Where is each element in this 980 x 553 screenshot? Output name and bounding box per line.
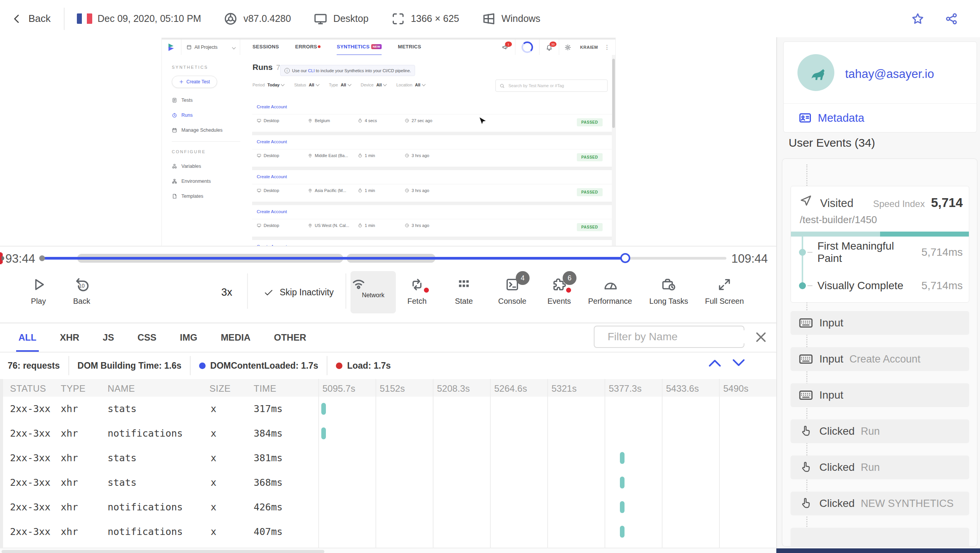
chevron-down-icon — [422, 83, 425, 86]
network-request-row[interactable]: 2xx-3xx xhr notifications x 384ms — [0, 421, 776, 446]
col-name: NAME — [108, 383, 135, 394]
run-card: Create Account Desktop US West (N. Cal..… — [252, 205, 614, 237]
clock-icon — [405, 153, 409, 158]
runs-list: Create Account Desktop Belgium — [252, 100, 614, 246]
tab-img[interactable]: IMG — [180, 323, 197, 352]
user-event-card[interactable]: Clicked Run — [791, 455, 969, 479]
event-value: Create Account — [849, 353, 920, 365]
france-flag-icon — [77, 13, 92, 24]
stopwatch-icon — [358, 188, 362, 193]
tab-media[interactable]: MEDIA — [221, 323, 250, 352]
app-main-area: Runs76 i Use our CLI to include your Syn… — [250, 55, 615, 246]
playhead-handle[interactable] — [620, 253, 630, 263]
location-pin-icon — [308, 153, 312, 158]
skip-inactivity-toggle[interactable]: Skip Inactivity — [254, 287, 343, 298]
timeline-start-dot — [39, 255, 45, 261]
events-panel-button[interactable]: 6 Events — [538, 276, 580, 306]
metric-first-meaningful-paint: First Meaningful Paint 5,714ms — [791, 244, 963, 261]
run-device: Desktop — [257, 153, 279, 158]
request-waterfall-bar — [620, 501, 625, 513]
network-panel-button[interactable]: Network — [350, 271, 396, 313]
run-time-ago: 3 hrs ago — [405, 188, 429, 193]
recorded-mouse-cursor-icon — [478, 116, 488, 128]
request-name: notifications — [108, 526, 183, 537]
play-button[interactable]: Play — [21, 276, 56, 306]
speed-toggle[interactable]: 3x — [209, 286, 244, 298]
network-request-row[interactable]: 2xx-3xx xhr stats x 368ms — [0, 470, 776, 495]
event-value: NEW SYNTHETICS — [861, 498, 954, 510]
info-icon: i — [284, 68, 290, 73]
hand-pointer-icon — [800, 461, 812, 474]
cli-info-banner: i Use our CLI to include your Synthetics… — [280, 65, 415, 76]
playback-timeline[interactable]: 93:44 109:44 — [0, 246, 776, 270]
dom-content-loaded: DOMContentLoaded: 1.7s — [210, 361, 318, 371]
next-chevron-icon[interactable] — [732, 358, 746, 368]
fetch-panel-button[interactable]: Fetch — [396, 276, 438, 306]
monitor-icon — [257, 118, 261, 123]
request-time: 426ms — [254, 502, 282, 513]
back-10s-button[interactable]: 10 Back — [63, 276, 100, 306]
tab-all[interactable]: ALL — [18, 323, 37, 352]
total-time: 109:44 — [731, 252, 768, 266]
share-icon[interactable] — [945, 12, 958, 26]
tab-css[interactable]: CSS — [138, 323, 156, 352]
request-waterfall-bar — [321, 427, 326, 439]
user-email-link[interactable]: tahay@asayer.io — [845, 67, 934, 81]
user-event-card[interactable]: Input — [791, 383, 969, 407]
user-event-card[interactable]: Clicked NEW SYNTHETICS — [791, 492, 969, 515]
clock-icon — [405, 223, 409, 228]
tab-other[interactable]: OTHER — [274, 323, 306, 352]
network-filter-input[interactable] — [607, 330, 747, 343]
user-event-card[interactable]: Input Create Account — [791, 347, 969, 371]
network-filter-field[interactable] — [594, 326, 744, 348]
settings-button — [559, 44, 576, 51]
full-screen-icon — [717, 277, 732, 292]
performance-panel-button[interactable]: Performance — [580, 276, 640, 306]
network-request-row[interactable]: 2xx-3xx xhr stats x 317ms — [0, 397, 776, 421]
request-status: 2xx-3xx — [10, 502, 50, 513]
rewind-amount: 10 — [79, 283, 85, 289]
network-request-row[interactable]: 2xx-3xx xhr notifications x 426ms — [0, 495, 776, 520]
session-replay-window: Back Dec 09, 2020, 05:10 PM v87.0.4280 D… — [0, 0, 980, 553]
run-card-divider — [252, 184, 614, 184]
run-test-name: Create Account — [257, 139, 287, 144]
gear-icon — [565, 44, 571, 51]
visited-event-card[interactable]: Visited Speed Index 5,714 /test-builder/… — [791, 186, 969, 303]
console-panel-button[interactable]: 4 Console — [491, 276, 533, 306]
request-name: notifications — [108, 502, 183, 513]
run-location: US West (N. Cal... — [308, 223, 349, 228]
monitor-icon — [257, 188, 261, 193]
metadata-button[interactable]: Metadata — [798, 111, 864, 125]
sidebar-item-tests: Tests — [172, 98, 250, 103]
request-time: 384ms — [254, 428, 282, 439]
visited-label: Visited — [820, 197, 854, 210]
browser-version: v87.0.4280 — [243, 13, 291, 24]
user-event-card[interactable]: Clicked Run — [791, 419, 969, 443]
check-icon — [264, 288, 274, 298]
event-marker[interactable] — [0, 252, 2, 264]
user-event-card[interactable]: Input — [791, 311, 969, 335]
announce-count-badge: 1 — [505, 41, 512, 47]
full-screen-button[interactable]: Full Screen — [696, 276, 753, 306]
back-button[interactable]: Back — [12, 13, 51, 25]
request-type: xhr — [61, 526, 78, 537]
long-tasks-panel-button[interactable]: Long Tasks — [640, 276, 698, 306]
scrollbar-thumb[interactable] — [2, 550, 324, 553]
run-device: Desktop — [257, 118, 279, 123]
tab-xhr[interactable]: XHR — [60, 323, 80, 352]
filter-dropdown: DeviceAll — [361, 83, 387, 87]
app-nav-tabs: SESSIONS ERRORS SYNTHETICSNEW METRICS — [252, 39, 421, 56]
favorite-star-icon[interactable] — [911, 12, 925, 26]
close-panel-icon[interactable] — [754, 330, 768, 344]
prev-chevron-icon[interactable] — [708, 358, 722, 368]
table-horizontal-scrollbar[interactable] — [0, 548, 776, 553]
tab-js[interactable]: JS — [103, 323, 114, 352]
metric-dash — [807, 285, 812, 286]
network-request-row[interactable]: 2xx-3xx xhr stats x 381ms — [0, 446, 776, 470]
row-navigation — [708, 358, 746, 368]
network-request-row[interactable]: 2xx-3xx xhr notifications x 407ms — [0, 520, 776, 544]
request-type: xhr — [61, 403, 78, 414]
user-event-card-partial[interactable] — [791, 528, 969, 547]
run-location: Belgium — [308, 118, 330, 123]
state-panel-button[interactable]: State — [443, 276, 485, 306]
